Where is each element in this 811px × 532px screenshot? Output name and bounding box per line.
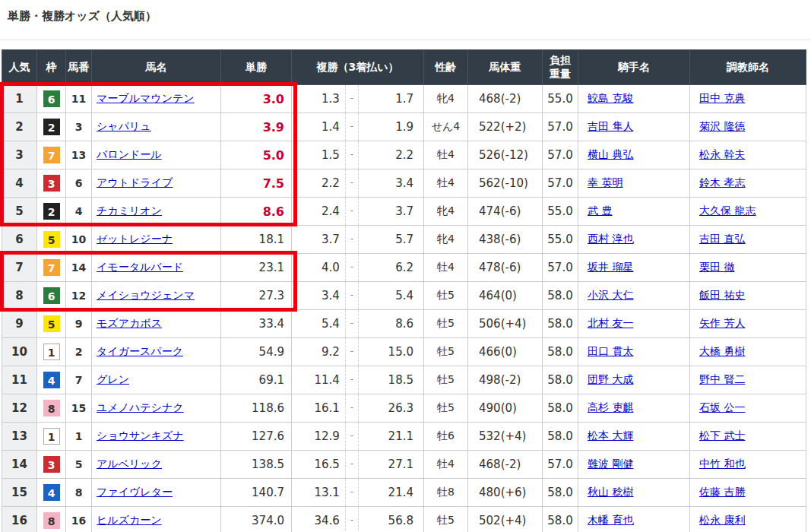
horse-name-link[interactable]: ゼットレジーナ [97, 233, 173, 245]
trainer-link[interactable]: 松下 武士 [699, 429, 745, 442]
impost-cell: 57.0 [543, 113, 578, 141]
horse-weight-cell: 438(-6) [468, 226, 543, 254]
horse-weight-cell: 526(-12) [468, 141, 543, 169]
trainer-link[interactable]: 栗田 徹 [699, 261, 734, 273]
win-odds-cell: 69.1 [221, 366, 292, 394]
horse-name-link[interactable]: ファイヴレター [97, 486, 173, 498]
place-odds-low: 11.4 [292, 373, 345, 387]
horse-name-link[interactable]: アルベリック [97, 458, 162, 470]
jockey-link[interactable]: 小沢 大仁 [588, 289, 633, 301]
rank-cell: 7 [2, 254, 37, 282]
jockey-cell: 木幡 育也 [578, 507, 690, 532]
table-row: 12815ユメノハテシナク118.616.1-26.3牡5490(0)58.0高… [2, 394, 806, 423]
jockey-link[interactable]: 横山 典弘 [588, 148, 633, 160]
horse-name-link[interactable]: グレン [97, 373, 129, 385]
jockey-cell: 松本 大輝 [578, 423, 690, 451]
sex-age-cell: 牡5 [424, 366, 468, 394]
table-row: 223シャパリュ3.91.4-1.9せん4522(+2)57.0吉田 隼人菊沢 … [2, 113, 806, 141]
horse-weight-cell: 468(-2) [468, 451, 543, 479]
trainer-link[interactable]: 大久保 龍志 [699, 204, 756, 217]
trainer-link[interactable]: 石坂 公一 [699, 401, 745, 413]
sex-age-cell: 牡5 [424, 310, 468, 338]
jockey-cell: 武 豊 [578, 198, 690, 226]
frame-badge: 3 [43, 456, 60, 473]
sex-age-cell: 牡5 [424, 507, 468, 532]
trainer-link[interactable]: 菊沢 隆徳 [699, 120, 745, 132]
horse-name-cell: ユメノハテシナク [92, 394, 221, 423]
rank-cell: 6 [2, 226, 37, 254]
trainer-link[interactable]: 佐藤 吉勝 [699, 486, 745, 498]
place-odds-high: 15.0 [359, 345, 423, 359]
header-sex-age: 性齢 [424, 50, 468, 85]
table-row: 16816ヒルズカーン374.034.6-56.8牡5502(+4)58.0木幡… [2, 507, 806, 532]
jockey-link[interactable]: 北村 友一 [588, 317, 633, 329]
place-odds-low: 13.1 [292, 486, 345, 499]
horse-name-link[interactable]: マーブルマウンテン [97, 92, 195, 104]
horse-name-link[interactable]: モズアカボス [97, 317, 162, 329]
trainer-link[interactable]: 田中 克典 [699, 92, 745, 104]
place-odds-dash: - [345, 113, 359, 141]
horse-name-link[interactable]: ユメノハテシナク [97, 401, 184, 413]
horse-number-cell: 13 [66, 141, 92, 169]
jockey-link[interactable]: 坂井 瑠星 [588, 261, 633, 273]
jockey-link[interactable]: 高杉 吏麒 [588, 401, 633, 413]
jockey-link[interactable]: 松本 大輝 [588, 429, 633, 442]
horse-weight-cell: 506(+4) [468, 310, 543, 338]
jockey-link[interactable]: 武 豊 [588, 204, 612, 217]
trainer-link[interactable]: 矢作 芳人 [699, 317, 745, 329]
trainer-link[interactable]: 吉田 直弘 [699, 233, 745, 245]
horse-name-link[interactable]: ショウサンキズナ [97, 429, 184, 442]
place-odds-dash: - [345, 85, 359, 112]
trainer-cell: 松永 幹夫 [690, 141, 806, 169]
horse-name-link[interactable]: シャパリュ [97, 120, 151, 132]
jockey-link[interactable]: 木幡 育也 [588, 514, 633, 526]
horse-name-link[interactable]: ヒルズカーン [97, 514, 162, 526]
jockey-link[interactable]: 幸 英明 [588, 176, 623, 188]
jockey-link[interactable]: 団野 大成 [588, 373, 633, 385]
place-odds-cell: 1.4-1.9 [292, 113, 424, 141]
table-row: 1012タイガースパーク54.99.2-15.0牡5466(0)58.0田口 貫… [2, 338, 806, 366]
jockey-link[interactable]: 秋山 稔樹 [588, 486, 633, 498]
trainer-link[interactable]: 飯田 祐史 [699, 289, 745, 301]
horse-name-link[interactable]: アウトドライブ [97, 176, 173, 188]
sex-age-cell: 牝4 [424, 198, 468, 226]
place-odds-cell: 4.0-6.2 [292, 254, 424, 282]
jockey-link[interactable]: 難波 剛健 [588, 458, 633, 470]
trainer-link[interactable]: 中竹 和也 [699, 458, 745, 470]
trainer-link[interactable]: 松永 康利 [699, 514, 745, 526]
place-odds-low: 4.0 [292, 261, 345, 274]
horse-weight-cell: 474(-6) [468, 198, 543, 226]
horse-number-cell: 14 [66, 254, 92, 282]
jockey-link[interactable]: 鮫島 克駿 [588, 92, 633, 104]
rank-cell: 13 [2, 423, 37, 451]
jockey-cell: 難波 剛健 [578, 451, 690, 479]
frame-cell: 3 [37, 169, 66, 198]
horse-name-link[interactable]: メイショウジェンマ [97, 289, 195, 301]
horse-weight-cell: 480(+6) [468, 479, 543, 507]
trainer-link[interactable]: 鈴木 孝志 [699, 176, 745, 188]
frame-cell: 5 [37, 310, 66, 338]
place-odds-cell: 16.1-26.3 [292, 394, 424, 423]
horse-name-link[interactable]: タイガースパーク [97, 345, 183, 357]
horse-name-link[interactable]: バロンドール [97, 148, 162, 160]
sex-age-cell: 牡6 [424, 423, 468, 451]
table-row: 3713バロンドール5.01.5-2.2牡4526(-12)57.0横山 典弘松… [2, 141, 806, 169]
jockey-link[interactable]: 西村 淳也 [588, 233, 633, 245]
win-odds-cell: 33.4 [221, 310, 292, 338]
horse-name-link[interactable]: イモータルバード [97, 261, 183, 273]
trainer-link[interactable]: 野中 賢二 [699, 373, 745, 385]
horse-name-cell: イモータルバード [92, 254, 221, 282]
place-odds-dash: - [345, 507, 359, 532]
jockey-link[interactable]: 吉田 隼人 [588, 120, 633, 132]
jockey-cell: 小沢 大仁 [578, 282, 690, 310]
horse-name-cell: タイガースパーク [92, 338, 221, 366]
place-odds-cell: 34.6-56.8 [292, 507, 424, 532]
jockey-link[interactable]: 田口 貫太 [588, 345, 633, 357]
trainer-link[interactable]: 松永 幹夫 [699, 148, 745, 160]
frame-badge: 2 [43, 119, 60, 135]
impost-cell: 57.0 [543, 451, 578, 479]
trainer-link[interactable]: 大橋 勇樹 [699, 345, 745, 357]
horse-weight-cell: 532(+4) [468, 423, 543, 451]
horse-name-link[interactable]: チカミリオン [97, 204, 162, 217]
place-odds-range: 34.6-56.8 [292, 507, 423, 532]
